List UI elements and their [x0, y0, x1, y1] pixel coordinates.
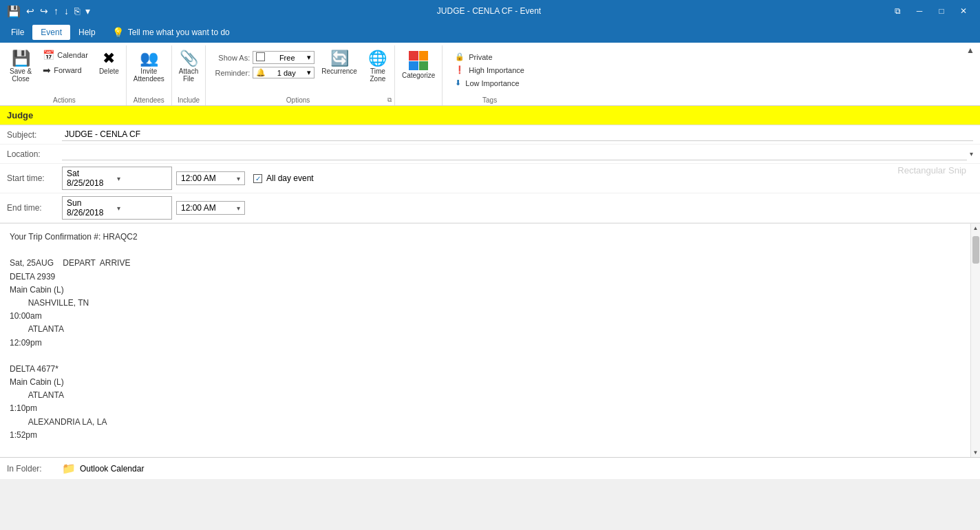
more-icon[interactable]: ▾ — [85, 6, 90, 17]
ribbon-group-attendees: 👥 InviteAttendees Attendees — [127, 45, 172, 105]
tags-label: Tags — [445, 95, 534, 105]
form-area: Subject: Location: ▾ Start time: Sat 8/2… — [0, 125, 980, 223]
subject-input[interactable] — [62, 128, 973, 141]
forward-icon: ➡ — [43, 65, 51, 76]
calendar-label: Calendar — [57, 51, 88, 59]
scroll-down-button[interactable]: ▼ — [972, 448, 980, 457]
ribbon-group-include: 📎 AttachFile Include — [172, 45, 206, 105]
attendees-buttons: 👥 InviteAttendees — [129, 45, 169, 95]
scroll-up-button[interactable]: ▲ — [972, 224, 980, 233]
location-row: Location: ▾ — [0, 145, 980, 164]
private-label: Private — [469, 53, 492, 61]
options-dialog-button[interactable]: ⧉ — [387, 96, 392, 105]
calendar-icon: 📅 — [43, 50, 54, 61]
end-time-value: 12:00 AM — [181, 203, 237, 213]
delete-button[interactable]: ✖ Delete — [95, 48, 123, 78]
include-label: Include — [175, 95, 202, 105]
menu-event[interactable]: Event — [32, 25, 70, 40]
ribbon-group-actions: 💾 Save &Close 📅 Calendar ➡ Forward ✖ Del — [3, 45, 127, 105]
attach-icon: 📎 — [180, 51, 198, 66]
all-day-checkbox[interactable]: ✓ — [253, 174, 262, 183]
end-time-dropdown[interactable]: 12:00 AM ▾ — [176, 201, 245, 215]
tell-me-text: Tell me what you want to do — [128, 28, 230, 37]
category-bar: Judge — [0, 106, 980, 125]
down-icon[interactable]: ↓ — [64, 6, 69, 17]
up-icon[interactable]: ↑ — [54, 6, 58, 17]
location-label: Location: — [7, 149, 62, 159]
end-date-dropdown[interactable]: Sun 8/26/2018 ▾ — [62, 196, 172, 220]
high-importance-icon: ❗ — [455, 65, 465, 74]
snip-watermark: Rectangular Snip — [897, 165, 966, 176]
private-icon: 🔒 — [455, 52, 465, 61]
scroll-track[interactable] — [971, 233, 980, 448]
show-as-check-icon — [256, 52, 265, 61]
location-input[interactable] — [62, 147, 967, 160]
body-content[interactable]: Your Trip Confirmation #: HRAQC2 Sat, 25… — [0, 224, 970, 457]
category-label: Judge — [7, 110, 33, 120]
attendees-label: Attendees — [129, 95, 169, 105]
ribbon-group-tags: 🔒 Private ❗ High Importance ⬇ Low Import… — [443, 45, 537, 105]
show-as-row: Show As: Free ▾ — [209, 51, 315, 64]
show-as-label: Show As: — [209, 54, 250, 62]
folder-icon: 📁 — [62, 462, 76, 475]
reminder-dropdown[interactable]: 🔔 1 day ▾ — [253, 67, 315, 78]
lightbulb-icon: 💡 — [112, 27, 124, 38]
all-day-label: All day event — [266, 173, 314, 183]
ribbon-content: 💾 Save &Close 📅 Calendar ➡ Forward ✖ Del — [0, 43, 980, 106]
location-dropdown-arrow[interactable]: ▾ — [970, 150, 973, 158]
start-date-dropdown[interactable]: Sat 8/25/2018 ▾ — [62, 167, 172, 190]
low-importance-button[interactable]: ⬇ Low Importance — [451, 77, 529, 89]
timezone-icon: 🌐 — [368, 51, 387, 66]
tell-me-field[interactable]: 💡 Tell me what you want to do — [104, 24, 238, 41]
minimize-button[interactable]: ─ — [910, 1, 929, 21]
invite-attendees-button[interactable]: 👥 InviteAttendees — [129, 48, 169, 85]
start-date-value: Sat 8/25/2018 — [67, 169, 117, 188]
copy-icon[interactable]: ⎘ — [74, 6, 80, 17]
menu-bar: File Event Help 💡 Tell me what you want … — [0, 22, 980, 43]
start-time-value: 12:00 AM — [181, 173, 237, 183]
start-time-label: Start time: — [7, 173, 62, 183]
recurrence-button[interactable]: 🔄 Recurrence — [317, 48, 361, 78]
start-time-row: Start time: Sat 8/25/2018 ▾ 12:00 AM ▾ ✓… — [0, 164, 980, 193]
actions-buttons: 💾 Save &Close 📅 Calendar ➡ Forward ✖ Del — [6, 45, 123, 95]
actions-label: Actions — [6, 95, 123, 105]
folder-label: In Folder: — [7, 464, 62, 474]
maximize-button[interactable]: □ — [932, 1, 951, 21]
subject-row: Subject: — [0, 125, 980, 145]
ribbon: 💾 Save &Close 📅 Calendar ➡ Forward ✖ Del — [0, 43, 980, 106]
reminder-label: Reminder: — [209, 69, 250, 77]
timezone-button[interactable]: 🌐 TimeZone — [364, 48, 392, 85]
end-date-value: Sun 8/26/2018 — [67, 198, 117, 218]
scroll-thumb[interactable] — [972, 236, 979, 264]
attach-file-button[interactable]: 📎 AttachFile — [175, 48, 202, 85]
show-as-dropdown[interactable]: Free ▾ — [253, 51, 315, 64]
low-importance-icon: ⬇ — [455, 78, 461, 87]
redo-icon[interactable]: ↪ — [40, 6, 48, 17]
menu-file[interactable]: File — [3, 25, 32, 40]
high-importance-button[interactable]: ❗ High Importance — [451, 64, 529, 76]
tags-list: 🔒 Private ❗ High Importance ⬇ Low Import… — [445, 48, 534, 92]
options-label: Options — [209, 95, 387, 105]
save-close-icon: 💾 — [12, 51, 30, 66]
scrollbar-vertical[interactable]: ▲ ▼ — [970, 224, 980, 457]
calendar-button[interactable]: 📅 Calendar — [39, 48, 92, 62]
end-time-row: End time: Sun 8/26/2018 ▾ 12:00 AM ▾ — [0, 193, 980, 223]
ribbon-collapse-button[interactable]: ▲ — [961, 43, 980, 58]
save-close-button[interactable]: 💾 Save &Close — [6, 48, 36, 85]
private-button[interactable]: 🔒 Private — [451, 51, 529, 63]
undo-icon[interactable]: ↩ — [26, 6, 34, 17]
reminder-row: Reminder: 🔔 1 day ▾ — [209, 67, 315, 78]
show-as-checkbox — [256, 52, 267, 63]
folder-name: Outlook Calendar — [80, 464, 144, 474]
start-time-dropdown[interactable]: 12:00 AM ▾ — [176, 171, 245, 185]
menu-help[interactable]: Help — [70, 25, 104, 40]
show-as-arrow: ▾ — [307, 53, 311, 62]
close-button[interactable]: ✕ — [954, 1, 973, 21]
all-day-check[interactable]: ✓ All day event — [253, 173, 314, 183]
categorize-button[interactable]: Categorize — [398, 48, 439, 82]
restore-button[interactable]: ⧉ — [888, 1, 907, 21]
forward-button[interactable]: ➡ Forward — [39, 63, 92, 77]
window-controls: ⧉ ─ □ ✕ — [888, 1, 973, 21]
options-dropdowns: Show As: Free ▾ Reminder: — [209, 48, 315, 81]
title-bar-left: 💾 ↩ ↪ ↑ ↓ ⎘ ▾ — [7, 5, 90, 18]
